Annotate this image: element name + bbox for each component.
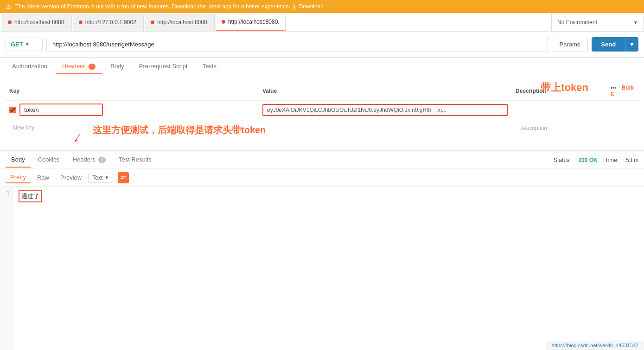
tab-tests[interactable]: Tests xyxy=(196,59,223,74)
resp-tab-cookies-label: Cookies xyxy=(38,156,60,163)
warning-icon: ⚠ xyxy=(6,3,12,10)
response-text: 通过了 xyxy=(19,190,42,202)
header-actions-1 xyxy=(607,101,638,119)
tab-prerequest[interactable]: Pre-request Script xyxy=(133,59,194,74)
url-input[interactable] xyxy=(46,37,548,52)
resp-tab-body[interactable]: Body xyxy=(6,152,31,168)
tab-2[interactable]: http://127.0.0.1:9002. xyxy=(73,14,144,31)
resp-body-tab-pretty[interactable]: Pretty xyxy=(6,172,31,183)
status-value: 200 OK xyxy=(578,157,597,163)
tab-dot-4 xyxy=(222,20,225,24)
footer-url: https://blog.csdn.net/weixin_44631342 xyxy=(546,341,644,350)
response-tabs-bar: Body Cookies Headers 3 Test Results Stat… xyxy=(0,151,644,169)
tab-dot-1 xyxy=(8,20,12,24)
environment-selector[interactable]: No Environment ▼ xyxy=(551,13,644,32)
line-numbers: 1 xyxy=(0,187,13,350)
time-value: 53 m xyxy=(626,157,638,163)
resp-body-tab-preview-label: Preview xyxy=(60,174,82,181)
response-body-format-tabs: Pretty Raw Preview Text ▼ xyxy=(0,169,644,187)
url-bar: GET ▼ Params Send ▼ xyxy=(0,32,644,58)
env-chevron-icon: ▼ xyxy=(633,20,638,25)
tab-label-2: http://127.0.0.1:9002. xyxy=(85,19,138,26)
response-status-bar: Status: 200 OK Time: 53 m xyxy=(554,157,638,163)
main-area: Authorization Headers 1 Body Pre-request… xyxy=(0,58,644,350)
resp-body-tab-raw[interactable]: Raw xyxy=(32,172,54,183)
send-dropdown-button[interactable]: ▼ xyxy=(625,37,638,52)
resp-tab-tests[interactable]: Test Results xyxy=(113,152,157,168)
tab-label-3: http://localhost:8080. xyxy=(157,19,209,26)
tab-3[interactable]: http://localhost:8080. xyxy=(145,14,215,31)
resp-tab-headers-label: Headers xyxy=(73,156,96,163)
download-link[interactable]: Download xyxy=(299,3,324,10)
request-tabs: Authorization Headers 1 Body Pre-request… xyxy=(0,58,644,76)
text-format-label: Text xyxy=(92,175,102,181)
environment-label: No Environment xyxy=(557,19,597,26)
headers-badge: 1 xyxy=(89,64,96,70)
response-section: Body Cookies Headers 3 Test Results Stat… xyxy=(0,150,644,350)
text-format-dropdown[interactable]: Text ▼ xyxy=(88,173,113,183)
tab-prerequest-label: Pre-request Script xyxy=(139,63,188,70)
line-number-1: 1 xyxy=(3,190,10,197)
status-label: Status: xyxy=(554,157,571,163)
col-value-header: Value xyxy=(259,82,512,101)
resp-body-tab-raw-label: Raw xyxy=(37,174,49,181)
tab-dot-3 xyxy=(151,20,154,24)
resp-tab-tests-label: Test Results xyxy=(119,156,152,163)
svg-rect-0 xyxy=(121,176,126,177)
method-chevron-icon: ▼ xyxy=(25,42,30,47)
tab-4[interactable]: http://localhost:8080. xyxy=(216,14,286,31)
annotation-bring-token: 带上token xyxy=(541,81,588,95)
resp-tab-headers[interactable]: Headers 3 xyxy=(67,152,111,168)
time-label: Time: xyxy=(605,157,619,163)
text-dropdown-icon: ▼ xyxy=(104,175,109,180)
tab-headers-label: Headers xyxy=(62,63,85,70)
tab-authorization-label: Authorization xyxy=(12,63,47,70)
method-selector[interactable]: GET ▼ xyxy=(6,38,43,51)
resp-body-tab-pretty-label: Pretty xyxy=(10,174,26,181)
tab-body[interactable]: Body xyxy=(104,59,131,74)
three-dots-icon[interactable]: ••• xyxy=(611,84,617,91)
tab-headers[interactable]: Headers 1 xyxy=(56,59,102,74)
new-description-placeholder: Description xyxy=(516,122,551,134)
params-button[interactable]: Params xyxy=(552,37,588,52)
header-value-input-1[interactable]: eyJ0eXAiOiJKV1QiLCJhbGciOiJIUzI1NiJ9.eyJ… xyxy=(262,104,508,116)
svg-rect-1 xyxy=(121,178,124,179)
headers-section: 带上token Key Value Description ••• Bul xyxy=(0,76,644,150)
header-desc-1 xyxy=(512,101,607,119)
header-key-input-1[interactable]: token xyxy=(19,104,103,116)
resp-tab-cookies[interactable]: Cookies xyxy=(32,152,65,168)
send-group: Send ▼ xyxy=(592,37,638,52)
header-checkbox-1[interactable] xyxy=(9,107,16,113)
tab-authorization[interactable]: Authorization xyxy=(6,59,54,74)
resp-body-tab-preview[interactable]: Preview xyxy=(56,172,86,183)
tab-body-label: Body xyxy=(110,63,124,70)
format-icon-button[interactable] xyxy=(118,172,129,183)
response-body-content: 通过了 xyxy=(13,187,644,350)
notification-bar: ⚠ The latest version of Postman is out w… xyxy=(0,0,644,13)
tab-label-4: http://localhost:8080. xyxy=(228,19,280,25)
header-row-1: token eyJ0eXAiOiJKV1QiLCJhbGciOiJIUzI1Ni… xyxy=(6,101,638,119)
response-content: 1 通过了 xyxy=(0,187,644,350)
tab-1[interactable]: http://localhost:8080. xyxy=(2,14,72,31)
method-label: GET xyxy=(11,41,23,48)
send-button[interactable]: Send xyxy=(592,37,625,52)
tab-bar: http://localhost:8080. http://127.0.0.1:… xyxy=(0,13,644,32)
annotation-description: 这里方便测试，后端取得是请求头带token xyxy=(93,124,266,136)
col-key-header: Key xyxy=(6,82,259,101)
tab-tests-label: Tests xyxy=(203,63,217,70)
col-actions-header: ••• Bulk E xyxy=(607,82,638,101)
notification-message: The latest version of Postman is out wit… xyxy=(15,3,295,10)
tab-dot-2 xyxy=(79,20,83,24)
resp-tab-body-label: Body xyxy=(11,156,25,163)
tab-label-1: http://localhost:8080. xyxy=(14,19,66,26)
resp-headers-badge: 3 xyxy=(98,157,106,163)
